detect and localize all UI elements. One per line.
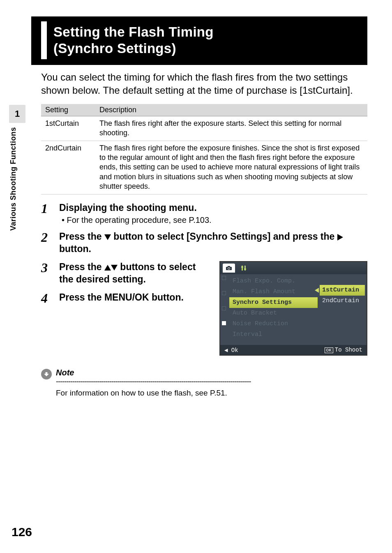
step-subtext: For the operating procedure, see P.103. [67,215,367,225]
lcd-option-selected: 1stCurtain [320,285,365,296]
step-text: Press the [59,231,104,242]
setup-tab-icon [238,264,250,273]
step-title: Displaying the shooting menu. [59,202,367,214]
intro-paragraph: You can select the timing for which the … [41,71,367,97]
step-2: 2 Press the button to select [Synchro Se… [41,231,367,255]
settings-table: Setting Description 1stCurtain The flash… [41,104,367,194]
step-4: 4 Press the MENU/OK button. [41,292,212,305]
lcd-menu-item-selected: Synchro Settings [229,297,318,308]
lcd-menu-item: Noise Reduction [229,319,318,329]
step-3: 3 Press the buttons to select the desire… [41,261,212,286]
lcd-menu-item: Man. Flash Amount [229,287,318,297]
chapter-number: 1 [9,105,25,123]
step-title: Press the button to select [Synchro Sett… [59,231,367,255]
note-text: For information on how to use the flash,… [56,389,367,398]
step-text: button. [59,243,91,254]
note-section: Note -----------------------------------… [41,368,367,398]
lcd-footer-ok-text: Ok [231,347,238,354]
lcd-menu-screenshot: Flash Expo. Comp. Man. Flash Amount Sync… [219,261,367,356]
heading-line1: Setting the Flash Timing [53,24,214,39]
down-triangle-icon [104,234,111,240]
table-row: 2ndCurtain The flash fires right before … [41,141,367,194]
cell-description: The flash fires right before the exposur… [95,141,367,194]
svg-rect-1 [228,266,230,267]
step-number: 2 [41,231,59,255]
svg-rect-5 [241,266,243,268]
cell-setting: 1stCurtain [41,116,95,141]
page-number: 126 [12,525,32,539]
cell-description: The flash fires right after the exposure… [95,116,367,141]
section-heading: Setting the Flash Timing (Synchro Settin… [31,16,367,65]
lcd-footer-to-shoot: To Shoot [335,347,362,353]
step-title: Press the MENU/OK button. [59,292,212,304]
chapter-title-vertical: Various Shooting Functions [9,127,18,231]
table-row: 1stCurtain The flash fires right after t… [41,116,367,141]
cell-setting: 2ndCurtain [41,141,95,194]
lcd-menu-item: Interval [229,329,318,340]
note-label: Note [56,368,74,377]
lcd-footer-right: OKTo Shoot [325,347,362,353]
camera-tab-icon [223,264,235,273]
note-icon [41,369,52,379]
lcd-options-list: 1stCurtain 2ndCurtain [320,285,365,306]
ok-button-icon: OK [325,347,333,353]
svg-rect-4 [244,266,246,271]
heading-line2: (Synchro Settings) [53,41,176,56]
chapter-side-tab: 1 Various Shooting Functions [9,105,25,335]
lcd-menu-item: Flash Expo. Comp. [229,276,318,287]
right-triangle-icon [337,234,343,241]
lcd-scroll-indicator [222,276,228,325]
step-text: button to select [Synchro Settings] and … [111,231,337,242]
lcd-menu-item: Auto Bracket [229,308,318,319]
header-setting: Setting [41,104,95,116]
up-triangle-icon [104,265,111,271]
step-title: Press the buttons to select the desired … [59,261,212,286]
note-dashed-line: ----------------------------------------… [56,377,352,386]
down-triangle-icon [111,265,118,271]
svg-rect-6 [244,268,246,270]
svg-rect-3 [242,266,243,271]
step-number: 3 [41,261,59,286]
step-number: 4 [41,292,59,305]
lcd-footer-left: ◀ Ok [224,347,238,354]
step-1: 1 Displaying the shooting menu. For the … [41,202,367,225]
lcd-menu-list: Flash Expo. Comp. Man. Flash Amount Sync… [229,276,318,340]
step-number: 1 [41,202,59,225]
step-text: Press the [59,261,104,272]
lcd-option: 2ndCurtain [320,296,365,306]
table-header-row: Setting Description [41,104,367,116]
header-description: Description [95,104,367,116]
lcd-footer: ◀ Ok OKTo Shoot [220,345,367,355]
lcd-tabbar [220,262,367,274]
